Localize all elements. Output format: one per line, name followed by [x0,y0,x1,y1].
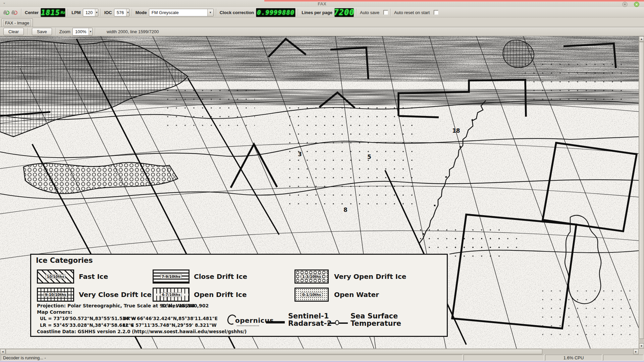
status-bar: Decoder is running... - 1.6% CPU [0,354,644,361]
corner-ur: UR = 66°46'32.424"N,85°38'11.481"E [123,316,218,321]
ioc-select[interactable]: 576 ▼ [114,9,129,16]
open-water-swatch: 0-1/10ths [294,288,329,302]
scroll-up-button[interactable]: ▲ [639,36,644,42]
horizontal-scrollbar[interactable]: ◄ ► [0,349,639,354]
toolbar-separator [95,28,96,35]
vertical-scrollbar[interactable]: ▲ ▼ [639,36,644,349]
lines-per-page-value: 7200 [334,8,355,17]
close-drift-ice-swatch: 7-9/10ths [153,269,190,284]
fax-image-canvas[interactable]: 3 5 8 18 [0,36,639,349]
swatch-fraction: 7-9/10ths [160,274,182,279]
legend-title: Ice Categories [36,256,93,264]
toolbar-separator [298,9,299,16]
shade-window-button[interactable] [622,2,628,7]
close-window-button[interactable]: × [634,2,639,7]
scroll-left-button[interactable]: ◄ [0,349,5,354]
clock-correction-display: 0.9999880 [256,8,296,17]
auto-save-label: Auto save [359,10,381,15]
corner-lr: LR = 53°45'33.028"N,38°47'58.682"E [40,322,134,328]
source-sst-line1: Sea Surface [351,313,398,320]
center-frequency-display: 1815 Hz [41,8,65,17]
contour-label: 3 [298,151,302,158]
source-sar-line2: Radarsat-2 [288,320,332,327]
titlebar[interactable]: ⌄ FAX × [0,0,644,7]
toolbar-separator [21,9,22,16]
horizontal-scroll-thumb[interactable] [6,349,542,354]
combo-arrow-icon[interactable]: ▼ [89,28,92,35]
swatch-fraction: 10/10ths [46,274,66,279]
open-drift-ice-label: Open Drift Ice [194,291,247,299]
scroll-down-button[interactable]: ▼ [639,343,644,349]
save-button[interactable]: Save [32,28,52,35]
contour-label: 5 [367,154,371,160]
decoder-start-icon[interactable] [3,10,10,15]
toolbar-separator [56,28,56,35]
ioc-value: 576 [114,9,126,16]
tab-fax-image-label: FAX - Image [4,20,31,26]
combo-arrow-icon[interactable]: ▼ [207,9,213,16]
close-drift-ice-label: Close Drift Ice [194,273,247,281]
clear-button[interactable]: Clear [3,28,24,35]
cpu-usage-text: 1.6% CPU [545,355,602,361]
zoom-label: Zoom [59,29,72,34]
swatch-fraction: 0-1/10ths [301,292,322,297]
toolbar-separator [132,9,132,16]
decoder-stop-icon[interactable] [11,10,18,15]
very-open-drift-ice-label: Very Open Drift Ice [334,273,406,281]
auto-reset-label: Auto reset on start [393,10,432,15]
zoom-value: 100% [73,28,89,35]
contour-label: 8 [343,206,347,213]
tab-bar: FAX - Image [0,17,644,27]
combo-arrow-icon[interactable]: ▼ [126,9,129,16]
vertical-scroll-thumb[interactable] [639,42,644,339]
lpm-select[interactable]: 120 ▼ [83,9,98,16]
corner-ll: LL = 57°11'35.748"N,29°59' 8.321"W [123,322,217,328]
window-title: FAX [0,1,644,6]
copernicus-logo-subtext [237,325,259,326]
scroll-right-button[interactable]: ► [633,349,639,354]
auto-save-checkbox[interactable] [383,10,388,15]
toolbar-separator [390,9,391,16]
swatch-fraction: 4-7/10ths [160,292,182,297]
very-close-drift-ice-label: Very Close Drift Ice [79,291,152,299]
toolbar-separator [216,9,217,16]
contour-label: 18 [452,127,460,134]
lpm-value: 120 [83,9,95,16]
scrollbar-corner [639,349,644,354]
center-label: Center [24,10,41,15]
auto-reset-checkbox[interactable] [434,10,438,15]
toolbar-separator [68,9,68,16]
center-frequency-unit: Hz [61,10,65,15]
tab-fax-image[interactable]: FAX - Image [1,18,33,27]
image-toolbar: Clear Save Zoom 100% ▼ width 2000, line … [0,27,644,36]
fast-ice-swatch: 10/10ths [37,269,74,284]
source-sst-line2: Temperature [351,320,401,327]
mode-value: FM Greyscale [149,9,207,16]
map-corners-title: Map Corners: [37,309,72,315]
mode-label: Mode [135,10,149,15]
mode-select[interactable]: FM Greyscale ▼ [149,9,214,16]
zoom-select[interactable]: 100% ▼ [72,28,93,36]
main-toolbar: Center 1815 Hz LPM 120 ▼ IOC 576 ▼ Mode … [0,7,644,17]
ioc-label: IOC [104,10,114,15]
toolbar-separator [356,9,357,16]
swatch-fraction: 1-3/10ths [301,274,322,279]
fast-ice-label: Fast Ice [79,273,108,281]
decoder-status-text: Decoder is running... - [1,355,463,361]
open-drift-ice-swatch: 4-7/10ths [153,288,190,302]
sar-sample-line [266,321,285,323]
very-close-drift-ice-swatch: 9-10/10ths [37,288,74,302]
ice-categories-legend: Ice Categories 10/10ths Fast Ice 7-9/10t… [30,254,448,337]
open-water-label: Open Water [334,291,379,299]
clock-correction-value: 0.9999880 [257,9,294,16]
toolbar-separator [101,9,101,16]
sst-sample-circle [335,320,339,325]
lines-per-page-display: 7200 [334,8,354,17]
image-status-text: width 2000, line 1599/7200 [107,29,159,34]
lines-per-page-label: Lines per page [301,10,334,15]
corner-ul: UL = 73°10'50.572"N,83°55'51.534"W [40,316,136,321]
status-spacer-cell [603,355,643,361]
center-frequency-value: 1815 [41,8,60,17]
combo-arrow-icon[interactable]: ▼ [95,9,98,16]
coastline-data-text: Coastline Data: GSHHS version 2.2.0 (htt… [37,329,247,334]
